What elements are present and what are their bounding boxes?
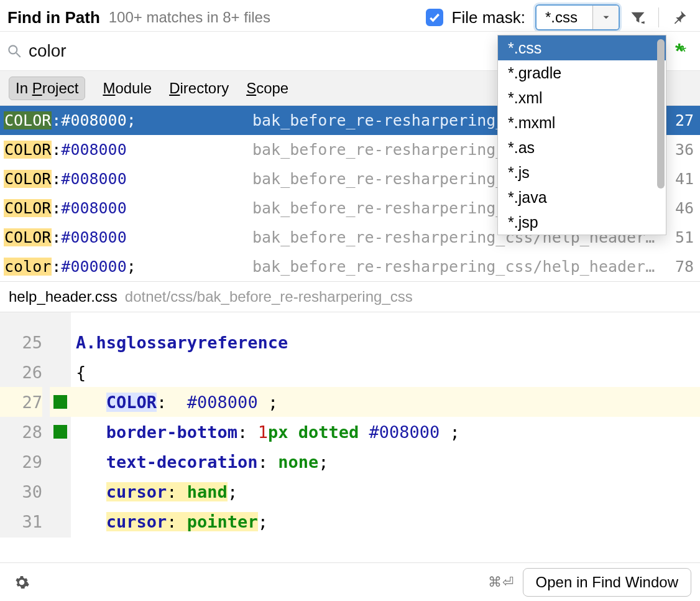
line-number: 27 bbox=[0, 387, 42, 417]
dropdown-option[interactable]: *.jsp bbox=[498, 210, 666, 235]
line-number: 28 bbox=[0, 417, 42, 447]
file-mask-label: File mask: bbox=[452, 8, 525, 27]
code-line[interactable]: A.hsglossaryreference bbox=[71, 327, 700, 357]
file-mask-dropdown-button[interactable] bbox=[592, 6, 619, 29]
dropdown-option[interactable]: *.css bbox=[498, 35, 666, 60]
result-row[interactable]: color: #000000;bak_before_re-resharperin… bbox=[0, 252, 700, 281]
svg-marker-0 bbox=[642, 21, 645, 24]
result-line-number: 78 bbox=[665, 258, 694, 276]
code-line[interactable]: border-bottom: 1px dotted #008000 ; bbox=[71, 417, 700, 447]
result-line-number: 46 bbox=[665, 199, 694, 217]
separator bbox=[658, 7, 659, 27]
settings-icon[interactable] bbox=[9, 569, 35, 595]
gutter: 25262728293031 bbox=[0, 312, 50, 538]
file-mask-indicator-icon[interactable] bbox=[671, 41, 691, 61]
result-line-number: 41 bbox=[665, 170, 694, 188]
match-count: 100+ matches in 8+ files bbox=[109, 9, 270, 26]
dropdown-option[interactable]: *.mxml bbox=[498, 110, 666, 135]
line-number: 25 bbox=[0, 327, 42, 357]
shortcut-hint: ⌘⏎ bbox=[488, 574, 514, 590]
match-highlight: COLOR bbox=[4, 170, 52, 188]
line-number: 30 bbox=[0, 477, 42, 506]
result-line-number: 27 bbox=[665, 111, 694, 129]
code-line[interactable]: cursor: hand; bbox=[71, 477, 700, 506]
color-swatch-icon bbox=[53, 395, 67, 409]
match-highlight: COLOR bbox=[4, 228, 52, 246]
gutter-marks bbox=[50, 312, 71, 538]
preview-filename: help_header.css bbox=[9, 288, 117, 305]
file-mask-checkbox[interactable] bbox=[426, 9, 443, 26]
file-mask-dropdown[interactable]: *.css*.gradle*.xml*.mxml*.as*.js*.java*.… bbox=[497, 35, 666, 235]
pin-icon[interactable] bbox=[666, 4, 693, 30]
match-highlight: COLOR bbox=[4, 141, 52, 159]
result-line-number: 51 bbox=[665, 228, 694, 246]
match-highlight: COLOR bbox=[4, 111, 52, 129]
tab-module[interactable]: Module bbox=[103, 80, 152, 97]
code-line[interactable]: cursor: pointer; bbox=[71, 506, 700, 536]
dropdown-option[interactable]: *.java bbox=[498, 185, 666, 210]
preview-header: help_header.css dotnet/css/bak_before_re… bbox=[0, 281, 700, 312]
tab-directory[interactable]: Directory bbox=[169, 80, 229, 97]
svg-line-2 bbox=[16, 53, 21, 57]
file-mask-combobox[interactable]: *.css bbox=[535, 4, 620, 30]
dialog-footer: ⌘⏎ Open in Find Window bbox=[0, 562, 700, 601]
tab-scope[interactable]: Scope bbox=[246, 80, 288, 97]
dropdown-option[interactable]: *.xml bbox=[498, 85, 666, 110]
line-number: 31 bbox=[0, 506, 42, 536]
code-lines[interactable]: A.hsglossaryreference{ COLOR: #008000 ; … bbox=[71, 312, 700, 538]
dropdown-option[interactable]: *.gradle bbox=[498, 60, 666, 85]
code-line[interactable]: COLOR: #008000 ; bbox=[71, 387, 700, 417]
match-highlight: color bbox=[4, 258, 52, 276]
result-path: bak_before_re-resharpering_css/help_head… bbox=[252, 258, 660, 276]
line-number: 26 bbox=[0, 357, 42, 387]
dropdown-option[interactable]: *.js bbox=[498, 160, 666, 185]
filter-icon[interactable] bbox=[625, 4, 651, 30]
svg-point-1 bbox=[9, 45, 17, 54]
tab-in-project[interactable]: In Project bbox=[9, 77, 85, 100]
match-highlight: COLOR bbox=[4, 199, 52, 217]
color-swatch-icon bbox=[53, 425, 67, 439]
line-number: 29 bbox=[0, 447, 42, 477]
code-line[interactable]: text-decoration: none; bbox=[71, 447, 700, 477]
code-preview[interactable]: 25262728293031 A.hsglossaryreference{ CO… bbox=[0, 312, 700, 538]
dialog-header: Find in Path 100+ matches in 8+ files Fi… bbox=[0, 0, 700, 31]
result-line-number: 36 bbox=[665, 141, 694, 159]
preview-location: dotnet/css/bak_before_re-resharpering_cs… bbox=[125, 288, 413, 305]
file-mask-value[interactable]: *.css bbox=[537, 6, 592, 29]
dialog-title: Find in Path bbox=[7, 8, 100, 27]
search-icon bbox=[6, 43, 22, 59]
open-in-find-window-button[interactable]: Open in Find Window bbox=[523, 568, 691, 597]
dropdown-option[interactable]: *.as bbox=[498, 135, 666, 160]
code-line[interactable]: { bbox=[71, 357, 700, 387]
dropdown-scrollbar[interactable] bbox=[657, 39, 665, 189]
